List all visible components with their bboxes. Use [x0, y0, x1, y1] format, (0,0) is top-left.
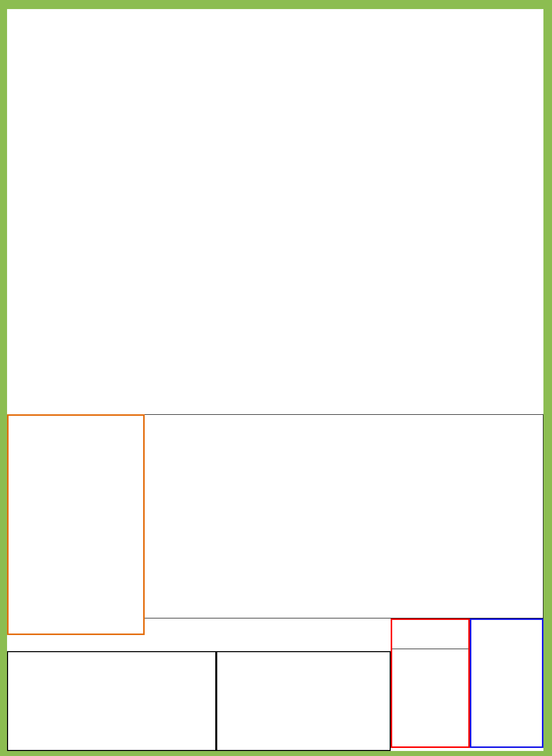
limit-box-title [392, 620, 468, 649]
zodiac-number-grid-right [216, 651, 391, 751]
unreleased-zodiac-limit-box [391, 618, 470, 748]
zodiac-stats-table [7, 414, 145, 635]
empty-blue-box [470, 618, 543, 748]
limit-box-rows [392, 649, 468, 747]
count-distribution-table [145, 414, 543, 618]
note-row [7, 637, 391, 651]
page [0, 0, 552, 756]
zodiac-number-grid-left [7, 651, 216, 751]
